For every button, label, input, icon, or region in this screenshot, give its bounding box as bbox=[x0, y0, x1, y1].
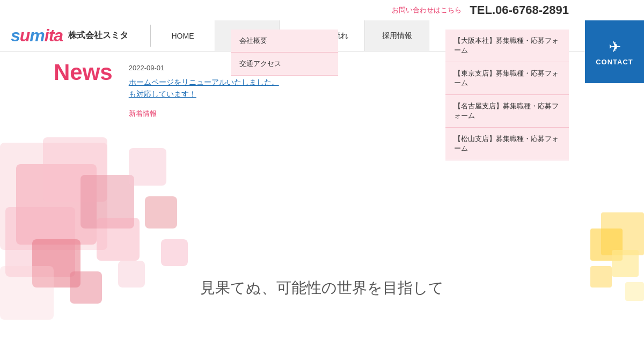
logo-sumita: sumita bbox=[11, 26, 63, 46]
header-top-bar: お問い合わせはこちら TEL.06-6768-2891 bbox=[0, 0, 644, 20]
sq-yellow-3 bbox=[612, 250, 639, 277]
main-nav: HOME 会社概要 お取引きの流れ 採用情報 bbox=[151, 20, 644, 51]
nav-item-home[interactable]: HOME bbox=[151, 20, 215, 51]
sq-sm-2 bbox=[97, 218, 140, 261]
news-category[interactable]: 新着情報 bbox=[129, 109, 279, 119]
contact-label-btn: CONTACT bbox=[596, 58, 633, 66]
news-title: News bbox=[54, 60, 113, 85]
contact-button[interactable]: ✈ CONTACT bbox=[585, 20, 644, 83]
logo-company: 株式会社スミタ bbox=[68, 30, 128, 41]
sq-sm-5 bbox=[161, 239, 188, 266]
dropdown-about-access[interactable]: 交通アクセス bbox=[231, 53, 338, 76]
left-squares bbox=[0, 132, 199, 320]
dropdown-recruit: 【大阪本社】募集職種・応募フォーム 【東京支店】募集職種・応募フォーム 【名古屋… bbox=[445, 30, 569, 160]
sq-sm-3 bbox=[129, 148, 166, 186]
sq-sm-4 bbox=[145, 196, 177, 229]
dropdown-about-overview[interactable]: 会社概要 bbox=[231, 30, 338, 53]
nav-item-recruit[interactable]: 採用情報 bbox=[365, 20, 429, 51]
sq-sm-7 bbox=[118, 261, 145, 288]
dropdown-recruit-osaka[interactable]: 【大阪本社】募集職種・応募フォーム bbox=[445, 30, 569, 62]
sq-sm-8 bbox=[0, 266, 54, 320]
sq-yellow-5 bbox=[625, 282, 644, 301]
plane-icon: ✈ bbox=[609, 38, 621, 56]
dropdown-recruit-nagoya[interactable]: 【名古屋支店】募集職種・応募フォーム bbox=[445, 95, 569, 128]
dropdown-recruit-tokyo[interactable]: 【東京支店】募集職種・応募フォーム bbox=[445, 62, 569, 95]
tel-number: TEL.06-6768-2891 bbox=[470, 3, 569, 17]
dropdown-recruit-matsuyama[interactable]: 【松山支店】募集職種・応募フォーム bbox=[445, 128, 569, 160]
sq-yellow-4 bbox=[590, 266, 612, 288]
sq-sm-6 bbox=[70, 271, 102, 304]
contact-label: お問い合わせはこちら bbox=[392, 5, 462, 15]
hero-tagline: 見果てぬ、可能性の世界を目指して bbox=[200, 278, 444, 298]
dropdown-about: 会社概要 交通アクセス bbox=[231, 30, 338, 76]
logo-area[interactable]: sumita 株式会社スミタ bbox=[0, 20, 150, 51]
news-link[interactable]: ホームページをリニューアルいたしました。も対応しています！ bbox=[129, 76, 279, 100]
